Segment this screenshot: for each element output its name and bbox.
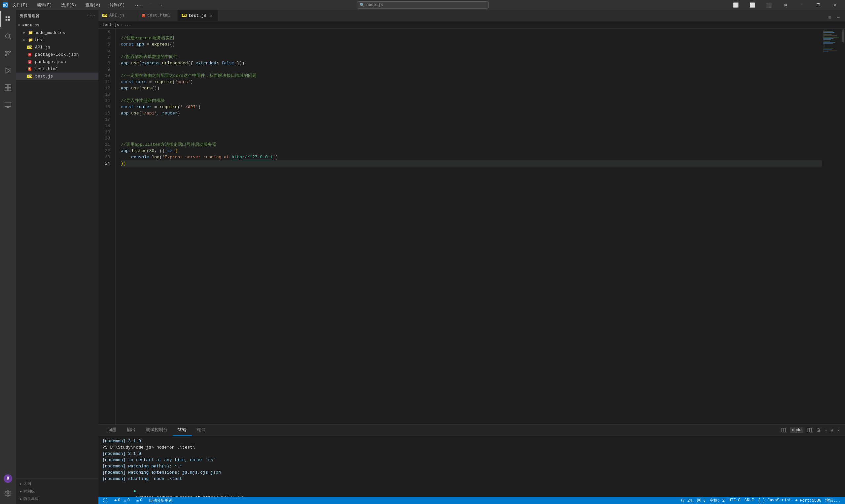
api-js-label: API.js <box>35 45 51 50</box>
tree-root-nodejs[interactable]: ▼ NODE.JS <box>16 22 98 29</box>
info-icon: ✉ <box>136 498 139 503</box>
breadcrumb-ellipsis[interactable]: ... <box>124 23 132 28</box>
region-label: 地域... <box>825 498 840 503</box>
file-tree: ▼ NODE.JS ▶ 📁 node_modules ▶ 📁 test JS A… <box>16 22 98 80</box>
ln-11: 11 <box>98 79 113 85</box>
menu-file[interactable]: 文件(F) <box>11 2 30 8</box>
restore-button[interactable]: ⧠ <box>811 0 826 10</box>
svg-point-4 <box>5 51 7 52</box>
status-port[interactable]: ⊗ Port:5500 <box>793 497 823 504</box>
status-language[interactable]: { } JavaScript <box>756 497 793 504</box>
status-errors[interactable]: ⊗ 0 ⚠ 0 <box>112 497 132 504</box>
minimap[interactable] <box>822 29 842 424</box>
terminal-trash-button[interactable] <box>815 427 822 434</box>
terminal-layout-button[interactable] <box>806 427 813 434</box>
menu-select[interactable]: 选择(S) <box>59 2 78 8</box>
layout-icon-3[interactable]: ⬛ <box>761 0 776 10</box>
status-auto-analyze[interactable]: 自动分析单词 <box>147 497 175 504</box>
layout-icon-1[interactable]: ⬜ <box>728 0 743 10</box>
sidebar-timeline-section[interactable]: ▶ 时间线 <box>16 487 98 495</box>
status-encoding[interactable]: UTF-8 <box>726 497 742 504</box>
activity-settings[interactable] <box>0 486 16 501</box>
tab-bar: JS API.js H test.html JS test.js ✕ ⊟ ⋯ <box>98 10 845 21</box>
svg-rect-18 <box>810 428 812 432</box>
nav-forward-button[interactable]: → <box>156 1 165 8</box>
activity-source-control[interactable] <box>0 46 16 61</box>
search-bar[interactable]: 🔍 node.js <box>357 1 489 8</box>
nav-back-button[interactable]: ← <box>146 1 155 8</box>
activity-bottom: U <box>0 474 16 504</box>
status-line-ending[interactable]: CRLF <box>743 497 756 504</box>
warning-count: 0 <box>127 498 130 503</box>
activity-remote[interactable] <box>0 97 16 113</box>
editor-scrollbar[interactable] <box>842 29 845 424</box>
terminal-line-6: [nodemon] watching extensions: js,mjs,cj… <box>102 469 841 475</box>
tree-item-package-json[interactable]: ⊟ package.json <box>16 58 98 65</box>
minimize-button[interactable]: ─ <box>794 0 809 10</box>
terminal-line-5: [nodemon] watching path(s): *.* <box>102 463 841 469</box>
tab-right-buttons: ⊟ ⋯ <box>826 13 845 21</box>
code-line-4: //创建express服务器实例 <box>121 35 822 41</box>
split-editor-button[interactable]: ⊟ <box>826 13 834 21</box>
tree-item-package-lock[interactable]: ⊟ package-lock.json <box>16 51 98 58</box>
encoding-label: UTF-8 <box>728 498 740 503</box>
ln-18: 18 <box>98 123 113 129</box>
ln-6: 6 <box>98 48 113 54</box>
menu-more[interactable]: ... <box>132 2 143 8</box>
sidebar-more-button[interactable]: ··· <box>88 13 94 19</box>
tree-item-node-modules[interactable]: ▶ 📁 node_modules <box>16 29 98 36</box>
tab-test-js-close[interactable]: ✕ <box>208 13 214 18</box>
status-spaces[interactable]: 空格: 2 <box>708 497 727 504</box>
terminal-tab-debug[interactable]: 调试控制台 <box>141 425 173 436</box>
package-json-label: package.json <box>35 59 66 64</box>
timeline-label: 时间线 <box>23 489 35 494</box>
activity-explorer[interactable] <box>0 11 16 27</box>
tree-item-test-html[interactable]: H test.html <box>16 65 98 73</box>
ln-3: 3 <box>98 29 113 35</box>
account-avatar[interactable]: U <box>4 474 12 483</box>
status-info[interactable]: ✉ 0 <box>134 497 144 504</box>
menu-goto[interactable]: 转到(G) <box>108 2 127 8</box>
activity-run[interactable] <box>0 63 16 78</box>
test-js-icon: JS <box>27 74 32 79</box>
tab-overflow-button[interactable]: ⋯ <box>834 13 842 21</box>
terminal-collapse-button[interactable]: ∧ <box>830 427 835 434</box>
layout-icon-2[interactable]: ⬜ <box>745 0 760 10</box>
terminal-close-button[interactable]: ✕ <box>836 427 841 434</box>
tree-item-test-folder[interactable]: ▶ 📁 test <box>16 36 98 43</box>
tab-api-js[interactable]: JS API.js <box>98 10 138 21</box>
terminal-split-button[interactable] <box>780 427 787 434</box>
app-icon <box>3 2 8 7</box>
tree-item-test-js[interactable]: JS test.js <box>16 73 98 80</box>
status-remote[interactable] <box>101 497 110 504</box>
menu-edit[interactable]: 编辑(E) <box>35 2 54 8</box>
root-arrow: ▼ <box>17 23 21 28</box>
menu-view[interactable]: 查看(V) <box>84 2 103 8</box>
status-line-col[interactable]: 行 24, 列 3 <box>679 497 707 504</box>
svg-rect-17 <box>808 428 809 432</box>
close-button[interactable]: ✕ <box>827 0 842 10</box>
sidebar-vocab-section[interactable]: ▶ 陌生单词 <box>16 495 98 503</box>
tab-test-html[interactable]: H test.html <box>138 10 178 21</box>
terminal-line-2: PS D:\Study\node.js> nodemon .\test\ <box>102 444 841 451</box>
search-text: node.js <box>366 3 383 7</box>
tab-test-js[interactable]: JS test.js ✕ <box>178 10 218 21</box>
tree-item-api-js[interactable]: JS API.js <box>16 43 98 51</box>
sidebar-outline: ▶ 大纲 ▶ 时间线 ▶ 陌生单词 <box>16 478 98 504</box>
terminal-more-button[interactable]: ⋯ <box>823 427 828 434</box>
code-content[interactable]: //创建express服务器实例 const app = express() /… <box>116 29 822 424</box>
terminal-tab-output[interactable]: 输出 <box>122 425 141 436</box>
activity-search[interactable] <box>0 29 16 44</box>
status-region[interactable]: 地域... <box>823 497 842 504</box>
code-editor: 3 4 5 6 7 8 9 10 11 12 13 14 15 16 17 18 <box>98 29 845 424</box>
layout-icon-4[interactable]: ⊞ <box>778 0 793 10</box>
terminal-tab-ports[interactable]: 端口 <box>192 425 211 436</box>
breadcrumb-file[interactable]: test.js <box>102 23 119 28</box>
code-line-23: console.log('Express server running at h… <box>121 154 822 160</box>
terminal-content[interactable]: [nodemon] 3.1.0 PS D:\Study\node.js> nod… <box>98 436 845 497</box>
sidebar-outline-section[interactable]: ▶ 大纲 <box>16 480 98 487</box>
terminal-tab-problems[interactable]: 问题 <box>102 425 122 436</box>
terminal-line-8: ● Express server running at http://127.0… <box>102 482 841 497</box>
terminal-tab-terminal[interactable]: 终端 <box>173 425 192 436</box>
activity-extensions[interactable] <box>0 80 16 96</box>
